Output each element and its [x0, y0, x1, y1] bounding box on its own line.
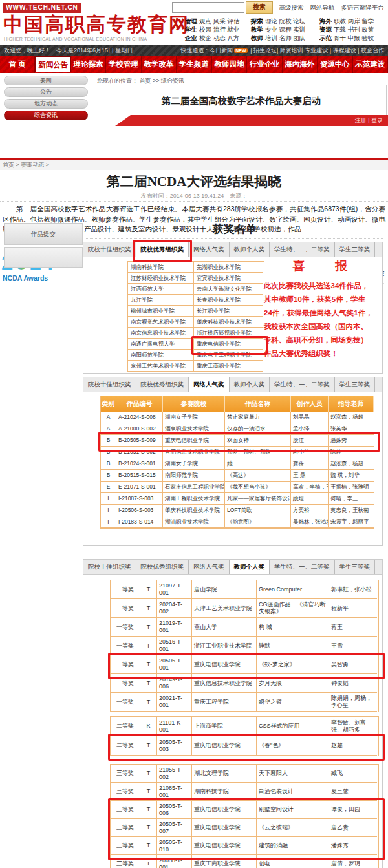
main-nav-item[interactable]: 教学改革: [142, 56, 177, 73]
header-link-group[interactable]: 资源下载 书刊 政策: [319, 26, 384, 34]
news-headline[interactable]: 第二届全国高校数字艺术作品大赛启动: [96, 95, 386, 107]
school-cell: 江苏财经职业技术学院: [128, 273, 194, 284]
author-cell: 唐乙贵: [329, 819, 377, 837]
main-nav-item[interactable]: 新闻公告: [35, 56, 70, 72]
main-nav-item[interactable]: 学生频道: [177, 56, 211, 73]
header-top-link[interactable]: 网站导航: [310, 4, 335, 12]
awards-tab[interactable]: 院校优秀组织奖: [136, 242, 189, 257]
awards-tab[interactable]: 院校十佳组织奖: [83, 377, 136, 392]
awards-tab[interactable]: 网络人气奖: [189, 242, 230, 257]
awards-tab[interactable]: 网络人气奖: [189, 560, 230, 574]
main-nav-item[interactable]: 首 页: [0, 56, 35, 73]
good-news-line: 专科、高职不分组，同场竞技）: [264, 333, 385, 347]
advisor-cell: 魏 琪，刘华: [329, 470, 374, 482]
work-title-cell: 岁月无痕: [257, 674, 329, 693]
category-cell: I: [101, 493, 116, 505]
awards-tab[interactable]: 教师个人奖: [230, 377, 270, 392]
work-id-cell: 20505-T-001: [157, 655, 192, 674]
header-link-group[interactable]: 企业校企 动态 八方: [185, 34, 251, 43]
school-cell: 长江职业学院: [194, 306, 263, 317]
header-link-group[interactable]: 示范骨干 申报 验收: [319, 34, 384, 43]
main-nav-item[interactable]: 海内海外: [283, 56, 318, 73]
school-cell: 云南大学旅游文化学院: [194, 284, 263, 295]
main-nav-item[interactable]: 资源中心: [318, 56, 352, 73]
awards-tab[interactable]: 学生三等奖: [335, 377, 376, 392]
awards-tab[interactable]: 学生三等奖: [335, 560, 376, 574]
work-title-cell: 建筑的消融: [257, 837, 329, 855]
type-cell: T: [140, 637, 157, 655]
quickbar-links[interactable]: 快速通道：今日新闻NEW | 招生论坛| 师资培训 专业建设 | 课程建设 | …: [180, 45, 384, 56]
work-title-cell: CSS样式的应用: [257, 717, 329, 736]
work-id-cell: 21019-T-001: [157, 618, 192, 637]
work-id-cell: B-20505-S-009: [116, 435, 163, 447]
header-link-group[interactable]: 管理观点 风采 评估: [185, 17, 251, 26]
awards-tab[interactable]: 学生特、一、二等奖: [270, 377, 335, 392]
main-nav-item[interactable]: 示范建设: [353, 56, 388, 73]
category-cell: I: [101, 505, 116, 516]
header-link-group[interactable]: 教师培训 名师 团队: [251, 34, 319, 43]
table-row: 三等奖 T 21085-T-001 湖南科技学院 白酒包装设计 夏三鳌: [111, 783, 378, 801]
author-cell: 谭俊，田园: [329, 801, 377, 819]
main-nav-item[interactable]: 行业企业: [247, 56, 282, 73]
awards-tabbar-org: 院校十佳组织奖院校优秀组织奖网络人气奖教师个人奖学生特、一、二等奖学生三等奖: [83, 242, 383, 257]
author-cell: 唐倩，罗玥: [329, 855, 377, 868]
work-title-cell: Green Computer: [257, 580, 329, 599]
main-nav-item[interactable]: 教师园地: [212, 56, 247, 73]
work-title-cell: 凡家——家居客厅装饰设计: [225, 493, 291, 505]
school-cell: 潮汕职业技术学院: [163, 516, 225, 528]
awards-tab[interactable]: 院校十佳组织奖: [83, 242, 136, 257]
work-title-cell: 《高达》: [225, 470, 291, 482]
search-input[interactable]: [172, 2, 244, 13]
table-header-row: 类别作品编号参赛院校作品名称创作人员指导老师: [101, 396, 374, 412]
page: WWW.TECH.NET.CN 搜索 高级搜索网站导航多语言翻译平台 中国高职高…: [0, 0, 388, 868]
type-cell: T: [140, 693, 157, 712]
header-cell: 指导老师: [329, 396, 374, 412]
awards-tab[interactable]: 学生特、一、二等奖: [270, 560, 335, 574]
submit-work-button[interactable]: 作品提交: [4, 223, 83, 245]
school-cell: 合肥信息技术职业学院: [163, 447, 225, 458]
search-button[interactable]: 搜索: [246, 1, 273, 14]
good-news-annotation: 喜 报 此次比赛我校共选送34件作品，其中教师10件，获奖5件，学生24件，获得…: [264, 258, 385, 361]
main-nav-item[interactable]: 理论探索: [71, 56, 106, 73]
table-row: 南京信息职业技术学院 浙江横店影视职业学院: [128, 328, 264, 339]
author-cell: 夏三鳌: [329, 783, 377, 801]
header-link-group[interactable]: 探索理论 院校 论坛: [251, 17, 319, 26]
work-title-cell: 双面女神: [225, 435, 291, 447]
school-cell: 南阳师范学院: [163, 470, 225, 482]
work-id-cell: 20204-T-002: [157, 599, 192, 618]
table-row: 三等奖 T 20505-T-006 重庆电信职业学院 别墅空间设计 谭俊，田园: [111, 801, 378, 819]
header-link-group[interactable]: 教学专业 课程 实训: [251, 26, 319, 34]
awards-tab[interactable]: 教师个人奖: [230, 242, 270, 257]
header-link-group[interactable]: 学生校园 流行 就业: [185, 26, 251, 34]
creator-cell: 方奕裕: [291, 505, 329, 516]
awards-tab[interactable]: 学生特、一、二等奖: [270, 242, 335, 257]
school-cell: 肇庆科技职业技术学院: [194, 317, 263, 328]
header-top-link[interactable]: 多语言翻译平台: [341, 4, 385, 12]
auth-links[interactable]: 注册 | 登录: [355, 117, 383, 123]
sidebar-item[interactable]: 要闻: [4, 76, 88, 85]
creator-cell: 殷江: [291, 435, 329, 447]
awards-tab[interactable]: 学生三等奖: [335, 242, 376, 257]
header-link-group[interactable]: 海外职教 两岸 留学: [319, 17, 384, 26]
sidebar-item[interactable]: 综合资讯: [4, 111, 88, 120]
advisor-cell: 赵泓森，杨超: [329, 458, 374, 470]
school-cell: 宜宾职业技术学院: [194, 273, 263, 284]
awards-tab[interactable]: 教师个人奖: [230, 560, 270, 574]
awards-tab[interactable]: 院校十佳组织奖: [83, 560, 136, 574]
header-top-link[interactable]: 高级搜索: [279, 4, 304, 12]
header-top-links: 高级搜索网站导航多语言翻译平台: [279, 4, 385, 12]
awards-tab[interactable]: 院校优秀组织奖: [136, 560, 189, 574]
type-cell: K: [140, 717, 157, 736]
category-cell: B: [101, 435, 116, 447]
awards-tab[interactable]: 院校优秀组织奖: [136, 377, 189, 392]
main-nav-item[interactable]: 学校管理: [106, 56, 141, 73]
sidebar-item[interactable]: 公告: [4, 87, 88, 97]
sidebar-item[interactable]: 地方动态: [4, 99, 88, 109]
awards-tab[interactable]: 网络人气奖: [189, 377, 230, 392]
prize-cell: 一等奖: [111, 599, 140, 618]
table-row: 柳州城市职业学院 长江职业学院: [128, 306, 264, 317]
prize-cell: 一等奖: [111, 637, 140, 655]
table-row: 一等奖 T 20021-T-001 重庆工程学院 瞬华之臂 陈娟娟，周杨，李心星: [111, 693, 378, 712]
creator-cell: 向小兰: [291, 447, 329, 458]
author-cell: 钟俊韬: [329, 674, 377, 693]
